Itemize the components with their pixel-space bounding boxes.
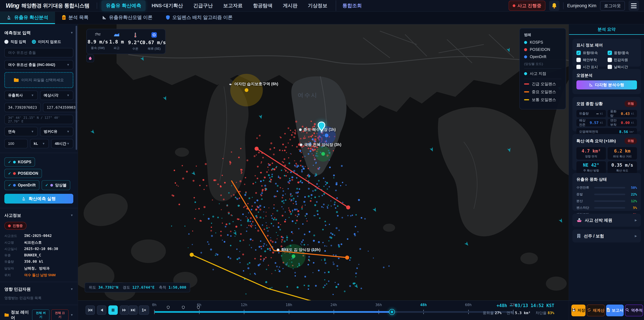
model-color-dot (50, 184, 53, 187)
fence-endpoint[interactable] (190, 253, 194, 257)
app-root: Wing 해양환경 위기대응 통합시스템 유출유 확산예측HNS·대기확산긴급구… (0, 0, 644, 320)
run-prediction-button[interactable]: 확산예측 실행 (4, 194, 73, 204)
spill-mode-select[interactable]: 연속 ▼ (4, 127, 38, 136)
pause-button[interactable] (108, 305, 118, 315)
owner-insurance-section[interactable]: 선주 / 보험 ▶ (572, 229, 641, 242)
option-시간 표시[interactable]: 시간 표시 (576, 65, 606, 69)
fence-endpoint[interactable] (346, 205, 350, 209)
incident-active-badge[interactable]: 사고 진행중 (509, 1, 546, 11)
model-chip-OpenDrift[interactable]: ✓OpenDrift (4, 180, 40, 190)
weathering-분산: 분산12% (576, 199, 637, 203)
company-select[interactable]: 유출회사 ▼ (4, 91, 38, 100)
impact-title: 영향 민감자원 (4, 286, 31, 292)
legend-dot-icon (524, 41, 527, 44)
timeline-slider[interactable]: 0h6h12h18h24h36h48h60h72h (154, 301, 513, 320)
boom-deploy-marker[interactable] (182, 306, 185, 310)
tab-분석 목록[interactable]: 분석 목록 (55, 12, 95, 24)
analysis-summary-tab[interactable]: 분석 요약 (569, 24, 644, 35)
radio-direct-input[interactable]: 직접 입력 (4, 39, 26, 44)
map-tool-button[interactable] (86, 55, 94, 62)
nav-item-유출유 확산예측[interactable]: 유출유 확산예측 (102, 0, 146, 11)
legend-mode-note: (앙상블 모드) (524, 62, 561, 66)
map-marker-화태도 김 양식장 (10h)[interactable]: 화태도 김 양식장 (10h) (277, 247, 320, 252)
tab-유출유 확산분석[interactable]: 유출유 확산분석 (0, 12, 55, 24)
step-back-button[interactable] (97, 305, 106, 315)
보고서-button[interactable]: 보고서 (606, 304, 624, 316)
fence-endpoint[interactable] (254, 147, 258, 151)
layers-all-off-button[interactable]: 전체 끄기 (51, 309, 68, 320)
nav-item-통합조회[interactable]: 통합조회 (336, 0, 366, 11)
checkbox-icon: ✓ (608, 51, 612, 55)
notifications-button[interactable] (549, 1, 560, 11)
step-back-icon (100, 308, 103, 312)
predict-section-header[interactable]: 예측정보 입력 ▼ (4, 30, 73, 36)
layers-all-on-button[interactable]: 전체 켜기 (32, 309, 50, 320)
recalc-icon (587, 308, 591, 313)
fast-forward-button[interactable] (120, 305, 129, 315)
current-arrow-icon (163, 96, 168, 101)
skip-end-button[interactable] (128, 305, 138, 315)
nav-item-긴급구난[interactable]: 긴급구난 (189, 0, 217, 11)
radio-image-upload[interactable]: 이미지 업로드 (32, 39, 61, 44)
nav-item-보고자료[interactable]: 보고자료 (219, 0, 247, 11)
image-upload-dropzone[interactable]: 이미지 파일을 선택하세요 (4, 72, 73, 88)
boom-deploy-marker[interactable] (197, 306, 200, 310)
oil-type-select[interactable]: 벙커C유 ▼ (40, 127, 74, 136)
incident-row: 담당자남해청, 방재과 (4, 266, 73, 271)
skip-start-button[interactable] (86, 305, 95, 315)
option-유향/유속[interactable]: ✓유향/유속 (576, 51, 606, 55)
incident-section-header[interactable]: 사고정보 ▼ (4, 213, 73, 218)
model-color-dot (13, 184, 16, 187)
weather-wave: 1.8 m파고 (107, 32, 126, 51)
option-민감자원[interactable]: 민감자원 (608, 58, 637, 62)
vessel-spec-section[interactable]: 사고 선박 제원 ▶ (572, 214, 641, 227)
amount-input[interactable]: 100 (4, 139, 28, 148)
chevron-down-icon: ▼ (66, 130, 70, 133)
nav-item-게시판[interactable]: 게시판 (278, 0, 302, 11)
user-name: Eunjeong Kim (567, 3, 596, 9)
저장-button[interactable]: 저장 (572, 304, 586, 316)
option-해안부착[interactable]: 해안부착 (576, 58, 606, 62)
option-날짜시간[interactable]: 날짜시간 (608, 65, 637, 69)
playback-speed-button[interactable]: 1× (139, 305, 149, 315)
incident-location-pin[interactable] (317, 121, 326, 133)
stat-key: 차단율 (536, 311, 546, 315)
oil-fence-line[interactable] (256, 149, 348, 207)
polygon-analysis-button[interactable]: 다각형 분석수행 (576, 80, 637, 89)
boom-deploy-marker[interactable] (167, 306, 170, 310)
tab-유출유확산모델 이론[interactable]: 유출유확산모델 이론 (95, 12, 159, 24)
incident-select[interactable]: 여수 유조선 충돌 (INC-0042) ▼ (4, 60, 73, 70)
tab-오일펜스 배치 알고리즘 이론[interactable]: 오일펜스 배치 알고리즘 이론 (159, 12, 239, 24)
map-marker-국동 전복 양식장 (3h)[interactable]: 국동 전복 양식장 (3h) (300, 142, 341, 147)
역추적-button[interactable]: 역추적 (625, 304, 643, 316)
logout-button[interactable]: 로그아웃 (600, 1, 625, 11)
stat-value: 0.00 (621, 121, 630, 125)
nav-item-항공탐색[interactable]: 항공탐색 (249, 0, 277, 11)
nav-item-기상정보[interactable]: 기상정보 (304, 0, 332, 11)
expected-time-select[interactable]: 예상시각 ▼ (40, 91, 74, 100)
model-chip-POSEIDON[interactable]: ✓POSEIDON (4, 169, 42, 178)
incident-name-input[interactable]: 여수 유조선 충돌 (4, 48, 73, 57)
model-chip-앙상블[interactable]: ✓앙상블 (42, 180, 70, 190)
unit-select[interactable]: kL ▼ (30, 139, 49, 148)
option-풍향/풍속[interactable]: ✓풍향/풍속 (608, 51, 637, 55)
map-canvas[interactable]: 여수시 여자만 습지보호구역 (6h)종포 해수욕장 (1h)국동 전복 양식장… (78, 24, 569, 300)
sidebar-scrollbar[interactable] (76, 26, 77, 150)
forecast-summary-card: 확산 예측 요약 (+18h) 위험 4.7 km²영향 면적6.2 km최대 … (572, 134, 641, 170)
재계산-button[interactable]: 재계산 (587, 304, 605, 316)
model-chip-KOSPS[interactable]: ✓KOSPS (4, 157, 35, 167)
duration-select[interactable]: 48시간 ▼ (51, 139, 73, 148)
oil-fence-line[interactable] (192, 255, 356, 300)
timeline-thumb[interactable] (390, 309, 394, 314)
checkbox-icon: ✓ (576, 51, 581, 55)
stat-value: 9.57 (590, 121, 598, 125)
check-icon: ✓ (8, 160, 11, 164)
timeline-label-24h: 24h (330, 303, 337, 307)
nav-item-HNS·대기확산[interactable]: HNS·대기확산 (147, 0, 187, 11)
fence-endpoint[interactable] (345, 255, 349, 260)
menu-button[interactable] (628, 1, 639, 11)
latitude-input[interactable]: 34.7392076023 (4, 103, 40, 112)
longitude-input[interactable]: 127.674359903 (43, 103, 78, 112)
map-marker-여자만 습지보호구역 (6h)[interactable]: 여자만 습지보호구역 (6h) (229, 81, 278, 87)
impact-section-header[interactable]: 영향 민감자원 ▼ (4, 286, 73, 292)
